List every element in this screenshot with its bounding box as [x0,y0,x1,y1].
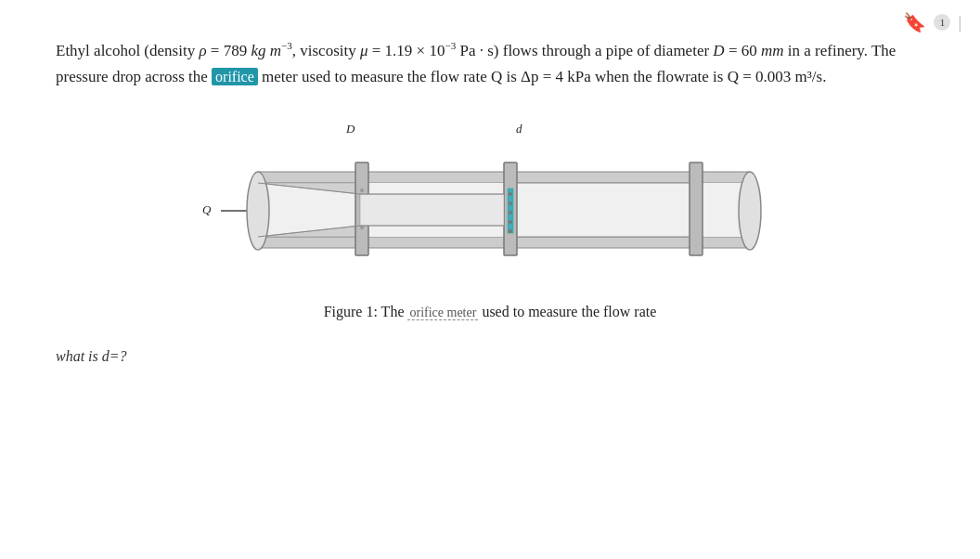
figure-caption: Figure 1: The orifice meter used to meas… [174,302,806,322]
orifice-diagram: D d Q [174,116,806,292]
svg-point-16 [360,226,364,229]
caption-text-before: Figure 1: The [324,304,408,319]
caption-text-after: used to measure the flow rate [478,304,656,319]
question-label: what is d=? [56,348,127,364]
svg-point-21 [509,211,512,214]
problem-text: Ethyl alcohol (density ρ = 789 kg m−3, v… [56,37,909,90]
svg-point-20 [509,202,512,205]
svg-text:Q: Q [202,202,212,216]
figure-container: D d Q [174,116,806,322]
bookmark-icon[interactable]: 🔖 [903,11,926,33]
svg-point-12 [360,188,364,192]
orifice-highlight-text: orifice [212,68,258,85]
problem-paragraph: Ethyl alcohol (density ρ = 789 kg m−3, v… [56,37,909,90]
caption-orifice-meter-highlight: orifice meter [407,306,478,320]
svg-text:d: d [516,122,522,136]
svg-point-26 [739,172,761,250]
svg-point-23 [509,229,512,233]
svg-point-22 [509,220,512,224]
svg-rect-29 [360,194,504,226]
badge-count: 1 [934,14,950,31]
divider-icon: | [958,13,961,32]
top-icons-area: 🔖 1 | [903,11,961,33]
question-text: what is d=? [56,348,924,365]
svg-point-19 [509,192,512,196]
svg-rect-24 [690,162,703,255]
page-content: Ethyl alcohol (density ρ = 789 kg m−3, v… [0,0,980,384]
svg-text:D: D [345,122,355,136]
